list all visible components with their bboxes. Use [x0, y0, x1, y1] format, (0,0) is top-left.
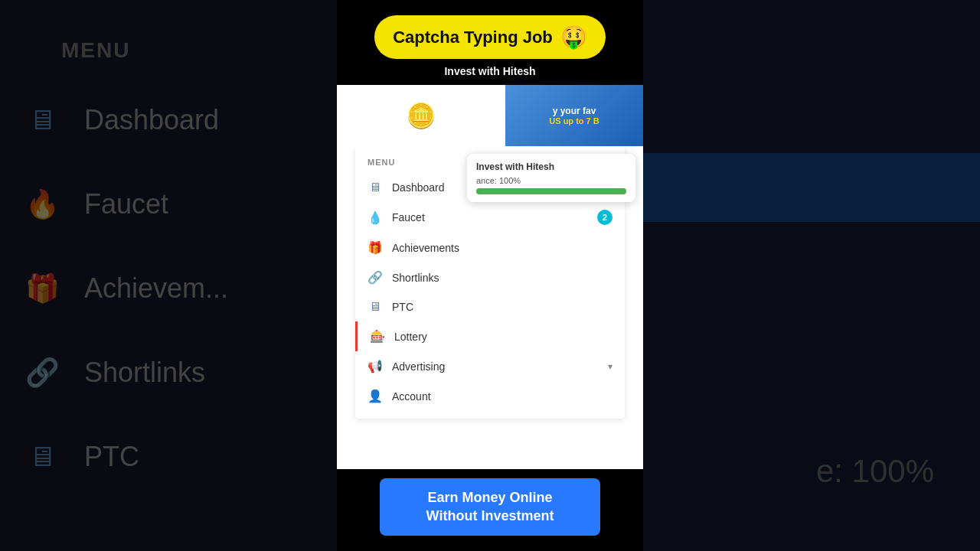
- menu-item-ptc[interactable]: 🖥 PTC: [355, 292, 625, 321]
- bg-dashboard-label: Dashboard: [84, 104, 219, 136]
- bg-item-ptc: 🖥 PTC: [23, 430, 139, 484]
- advertising-dropdown-icon: ▾: [608, 361, 612, 372]
- coin-icon: 🪙: [406, 101, 436, 130]
- dashboard-icon: 🖥: [368, 181, 383, 194]
- progress-bar-fill: [476, 188, 626, 194]
- bg-left-panel: MENU 🖥 Dashboard 🔥 Faucet 🎁 Achievem... …: [0, 0, 337, 551]
- menu-item-lottery[interactable]: 🎰 Lottery: [355, 321, 625, 351]
- advertising-icon: 📢: [368, 359, 383, 373]
- bg-item-achievements: 🎁 Achievem...: [23, 262, 228, 315]
- bg-item-shortlinks: 🔗 Shortlinks: [23, 346, 205, 399]
- phone-frame: Captcha Typing Job 🤑 Invest with Hitesh …: [337, 0, 643, 551]
- achievements-icon: 🎁: [368, 240, 383, 255]
- cta-line2: Without Investment: [426, 508, 554, 523]
- bg-achievements-label: Achievem...: [84, 272, 228, 305]
- inner-right-line1: y your fav: [549, 106, 599, 116]
- menu-item-account[interactable]: 👤 Account: [355, 381, 625, 411]
- invest-dialog: Invest with Hitesh ance: 100%: [467, 154, 635, 202]
- faucet-label: Faucet: [392, 211, 588, 223]
- menu-item-faucet[interactable]: 💧 Faucet 2: [355, 202, 625, 233]
- shortlinks-icon: 🔗: [368, 270, 383, 285]
- inner-right-line2: US up to 7 B: [549, 116, 599, 126]
- captcha-badge-text: Captcha Typing Job: [393, 28, 553, 47]
- bg-item-dashboard: 🖥 Dashboard: [23, 93, 219, 147]
- menu-item-advertising[interactable]: 📢 Advertising ▾: [355, 351, 625, 381]
- inner-top-right: y your fav US up to 7 B: [505, 85, 643, 146]
- shortlinks-label: Shortlinks: [392, 272, 612, 284]
- bg-shortlinks-icon: 🔗: [23, 354, 61, 392]
- captcha-badge: Captcha Typing Job 🤑: [374, 15, 606, 59]
- bg-item-faucet: 🔥 Faucet: [23, 178, 168, 231]
- invest-dialog-title: Invest with Hitesh: [476, 161, 626, 172]
- top-banner: Captcha Typing Job 🤑 Invest with Hitesh: [337, 0, 643, 85]
- bg-faucet-label: Faucet: [84, 188, 168, 220]
- menu-item-shortlinks[interactable]: 🔗 Shortlinks: [355, 262, 625, 292]
- money-emoji-icon: 🤑: [560, 24, 587, 50]
- bg-faucet-icon: 🔥: [23, 185, 61, 223]
- inner-top-left: 🪙: [337, 85, 505, 146]
- bg-dashboard-icon: 🖥: [23, 101, 61, 139]
- menu-item-achievements[interactable]: 🎁 Achievements: [355, 233, 625, 262]
- advertising-label: Advertising: [392, 360, 599, 373]
- bg-blue-box: [643, 153, 980, 222]
- inner-top-strip: 🪙 y your fav US up to 7 B: [337, 85, 643, 146]
- invest-label-top: Invest with Hitesh: [444, 65, 535, 77]
- progress-bar-bg: [476, 188, 626, 194]
- lottery-icon: 🎰: [370, 329, 385, 344]
- bg-right-percent: e: 100%: [816, 453, 934, 490]
- faucet-badge: 2: [597, 210, 612, 225]
- bg-achievements-icon: 🎁: [23, 269, 61, 308]
- faucet-icon: 💧: [368, 210, 383, 225]
- lottery-label: Lottery: [394, 331, 612, 343]
- bg-ptc-label: PTC: [84, 441, 139, 473]
- ptc-label: PTC: [392, 301, 612, 313]
- bg-ptc-icon: 🖥: [23, 438, 61, 476]
- cta-button[interactable]: Earn Money Online Without Investment: [380, 478, 600, 536]
- bottom-cta-area: Earn Money Online Without Investment: [337, 469, 643, 551]
- invest-chance-text: ance: 100%: [476, 176, 626, 185]
- achievements-label: Achievements: [392, 242, 612, 254]
- screen-content: 🪙 y your fav US up to 7 B MENU 🖥 Dashboa…: [337, 85, 643, 469]
- bg-menu-label: MENU: [61, 38, 130, 63]
- bg-shortlinks-label: Shortlinks: [84, 357, 205, 389]
- account-label: Account: [392, 390, 612, 403]
- ptc-icon: 🖥: [368, 300, 383, 314]
- bg-right-panel: e: 100%: [643, 0, 980, 551]
- cta-line1: Earn Money Online: [427, 490, 552, 505]
- account-icon: 👤: [368, 389, 383, 403]
